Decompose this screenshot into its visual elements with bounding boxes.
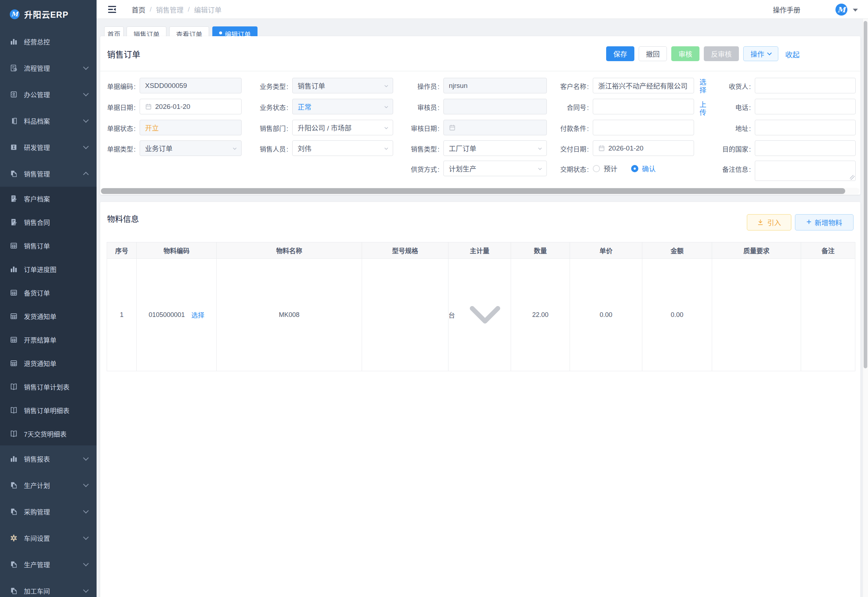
column-header-主计量: 主计量 <box>449 242 511 259</box>
审核日期-input <box>443 120 547 135</box>
sidebar-item-7天交货明细表[interactable]: 7天交货明细表 <box>0 422 96 446</box>
pages-icon <box>10 481 18 489</box>
撤回-button[interactable]: 撤回 <box>639 46 667 61</box>
合同号-input[interactable] <box>593 99 694 114</box>
sidebar-item-订单进度图[interactable]: 订单进度图 <box>0 257 96 281</box>
sidebar-item-流程管理[interactable]: 流程管理 <box>0 55 96 81</box>
sidebar-item-采购管理[interactable]: 采购管理 <box>0 498 96 525</box>
radio-确认[interactable] <box>631 165 638 172</box>
horizontal-scrollbar-thumb[interactable] <box>101 188 845 194</box>
备注信息-input[interactable] <box>755 160 856 181</box>
sidebar-item-研发管理[interactable]: 研发管理 <box>0 134 96 160</box>
业务状态-input: 正常 <box>292 99 393 114</box>
field-label: 单据编码 <box>103 78 136 91</box>
sidebar-item-销售管理[interactable]: 销售管理 <box>0 160 96 187</box>
交付日期-input[interactable]: 2026-01-20 <box>593 140 694 156</box>
电话-input[interactable] <box>755 99 856 114</box>
上传-link[interactable]: 上传 <box>698 101 706 117</box>
field-label: 销售人员 <box>256 140 288 153</box>
field-供货方式: 供货方式计划生产 <box>407 160 547 176</box>
column-header-备注: 备注 <box>801 242 855 259</box>
field-付款条件: 付款条件 <box>556 120 694 135</box>
field-value: 刘伟 <box>298 143 311 153</box>
select-material-link[interactable]: 选择 <box>191 310 204 319</box>
sidebar-item-加工车间[interactable]: 加工车间 <box>0 578 96 597</box>
breadcrumb-item[interactable]: 首页 <box>132 5 145 15</box>
sidebar-item-生产计划[interactable]: 生产计划 <box>0 472 96 498</box>
field-label: 操作员 <box>407 78 440 91</box>
rd-icon <box>10 143 18 151</box>
sidebar-item-label: 采购管理 <box>24 507 50 516</box>
单据状态-input: 开立 <box>139 120 241 135</box>
反审核-button[interactable]: 反审核 <box>704 46 739 61</box>
销售人员-input[interactable]: 刘伟 <box>292 140 393 156</box>
breadcrumb-item[interactable]: 销售管理 <box>156 5 184 15</box>
pages-icon <box>10 560 18 569</box>
field-label: 业务类型 <box>256 78 288 91</box>
column-header-数量: 数量 <box>511 242 570 259</box>
地址-input[interactable] <box>755 120 856 135</box>
chevron-down-icon <box>384 104 389 110</box>
collapse-link[interactable]: 收起 <box>785 49 800 60</box>
sidebar-item-销售订单[interactable]: 销售订单 <box>0 234 96 257</box>
sidebar-item-label: 备货订单 <box>24 288 50 297</box>
sidebar-item-销售合同[interactable]: 销售合同 <box>0 210 96 234</box>
sidebar-item-车间设置[interactable]: 车间设置 <box>0 525 96 551</box>
field-label: 审核日期 <box>407 120 440 133</box>
resize-grip-icon[interactable] <box>850 175 855 180</box>
选择-link[interactable]: 选择 <box>698 79 706 94</box>
操作员-input: njrsun <box>443 78 547 94</box>
field-收货人: 收货人 <box>718 78 856 94</box>
sidebar-item-label: 销售合同 <box>24 217 50 227</box>
sidebar-item-开票结算单[interactable]: 开票结算单 <box>0 328 96 351</box>
sidebar-item-料品档案[interactable]: 料品档案 <box>0 107 96 134</box>
radio-预计[interactable] <box>593 165 600 172</box>
caret-down-icon[interactable] <box>853 9 858 12</box>
销售类型-input[interactable]: 工厂订单 <box>443 140 547 156</box>
material-panel: 物料信息 引入 + 新增物料 序号物料编码物料名称型号规格主计量数量单价金额质量… <box>100 202 861 597</box>
销售部门-input[interactable]: 升阳公司 / 市场部 <box>292 120 393 135</box>
保存-button[interactable]: 保存 <box>606 46 634 61</box>
field-审核日期: 审核日期 <box>407 120 547 135</box>
供货方式-input[interactable]: 计划生产 <box>443 160 547 176</box>
客户名称-input[interactable]: 浙江裕兴不动产经纪有限公司 <box>593 78 694 94</box>
单据日期-input[interactable]: 2026-01-20 <box>139 99 241 114</box>
radio-label[interactable]: 预计 <box>604 163 618 173</box>
chevron-down-icon <box>83 91 89 96</box>
field-label: 客户名称 <box>556 78 589 91</box>
chevron-down-icon <box>384 125 389 131</box>
vertical-scrollbar-thumb[interactable] <box>864 21 867 368</box>
付款条件-input[interactable] <box>593 120 694 135</box>
操作-button[interactable]: 操作 <box>743 46 778 61</box>
add-material-button[interactable]: + 新增物料 <box>795 214 853 230</box>
vertical-scrollbar[interactable] <box>862 19 868 597</box>
horizontal-scrollbar[interactable] <box>101 188 860 194</box>
sidebar-item-经营总控[interactable]: 经营总控 <box>0 28 96 55</box>
sales-order-panel: 销售订单 保存撤回审核反审核操作 收起 单据编码XSDD000059单据日期20… <box>100 36 861 195</box>
收货人-input[interactable] <box>755 78 856 94</box>
sidebar-item-发货通知单[interactable]: 发货通知单 <box>0 304 96 328</box>
radio-label[interactable]: 确认 <box>642 163 656 173</box>
chevron-up-icon <box>83 171 89 177</box>
breadcrumb-item[interactable]: 编辑订单 <box>194 5 222 15</box>
avatar[interactable]: M <box>835 4 847 16</box>
业务类型-input: 销售订单 <box>292 78 393 94</box>
sidebar-item-办公管理[interactable]: 办公管理 <box>0 81 96 107</box>
manual-link[interactable]: 操作手册 <box>773 0 800 19</box>
sidebar-item-销售订单计划表[interactable]: 销售订单计划表 <box>0 375 96 398</box>
main-content: 首页销售订单查看订单编辑订单 销售订单 保存撤回审核反审核操作 收起 单据编码X… <box>96 19 868 597</box>
material-header: 物料信息 引入 + 新增物料 <box>100 202 861 242</box>
sidebar-item-备货订单[interactable]: 备货订单 <box>0 281 96 304</box>
menu-fold-icon[interactable] <box>107 5 117 14</box>
审核-button[interactable]: 审核 <box>671 46 699 61</box>
cell-型号规格 <box>362 259 449 371</box>
column-header-单价: 单价 <box>570 242 642 259</box>
sidebar-item-销售订单明细表[interactable]: 销售订单明细表 <box>0 398 96 422</box>
sidebar-item-生产管理[interactable]: 生产管理 <box>0 551 96 578</box>
sidebar-item-客户档案[interactable]: 客户档案 <box>0 187 96 210</box>
sidebar-item-退货通知单[interactable]: 退货通知单 <box>0 351 96 375</box>
目的国家-input[interactable] <box>755 140 856 156</box>
sidebar-item-销售报表[interactable]: 销售报表 <box>0 446 96 472</box>
cell-value: 1 <box>120 311 123 319</box>
import-button[interactable]: 引入 <box>747 214 791 230</box>
